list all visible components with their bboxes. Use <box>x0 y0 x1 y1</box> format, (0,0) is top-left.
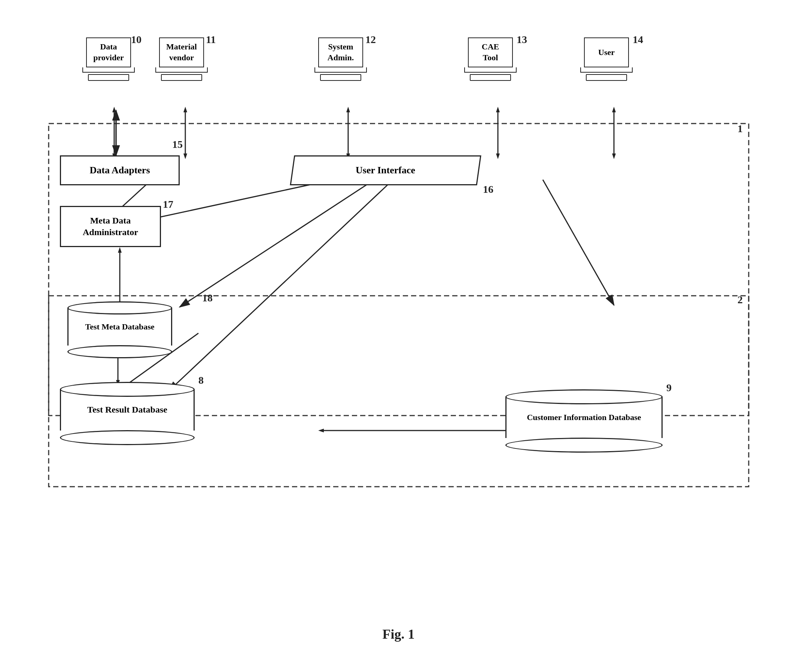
ref-2: 2 <box>738 294 743 306</box>
svg-line-31 <box>543 180 614 305</box>
ref-17: 17 <box>163 198 173 210</box>
ref-8: 8 <box>198 374 204 386</box>
customer-info-database: Customer Information Database <box>506 389 663 453</box>
svg-marker-14 <box>183 154 187 159</box>
workstation-base-ct <box>464 67 517 73</box>
workstation-keyboard-ct <box>470 74 511 81</box>
svg-marker-13 <box>183 107 187 112</box>
workstation-label-system-admin: SystemAdmin. <box>318 37 363 67</box>
workstation-data-provider: Dataprovider <box>82 37 135 81</box>
workstation-base-sa <box>314 67 367 73</box>
workstation-base <box>82 67 135 73</box>
ref-14: 14 <box>633 34 643 46</box>
svg-line-30 <box>168 180 393 391</box>
workstation-cae-tool: CAETool <box>464 37 517 81</box>
workstation-base-u <box>580 67 633 73</box>
svg-marker-27 <box>118 247 122 253</box>
figure-caption: Fig. 1 <box>382 626 415 642</box>
diagram: Dataprovider 10 Materialvendor 11 System… <box>37 22 760 629</box>
workstation-label-material-vendor: Materialvendor <box>159 37 204 67</box>
workstation-keyboard-u <box>586 74 627 81</box>
ref-10: 10 <box>131 34 141 46</box>
ref-18: 18 <box>202 292 213 304</box>
workstation-label-data-provider: Dataprovider <box>86 37 131 67</box>
test-meta-database: Test Meta Database <box>67 301 172 358</box>
ref-9: 9 <box>666 382 672 394</box>
workstation-system-admin: SystemAdmin. <box>314 37 367 81</box>
ref-13: 13 <box>517 34 527 46</box>
ref-15: 15 <box>172 139 183 150</box>
svg-marker-10 <box>112 107 116 112</box>
user-interface-box: User Interface <box>290 155 481 185</box>
test-result-database: Test Result Database <box>60 382 195 445</box>
workstation-label-user: User <box>584 37 629 67</box>
workstation-user: User <box>580 37 633 81</box>
ref-16: 16 <box>483 184 493 195</box>
ref-12: 12 <box>365 34 376 46</box>
svg-marker-38 <box>318 429 324 432</box>
svg-marker-20 <box>496 154 500 159</box>
data-adapters-box: Data Adapters <box>60 155 180 185</box>
workstation-label-cae-tool: CAETool <box>468 37 513 67</box>
ref-1: 1 <box>738 123 743 135</box>
workstation-keyboard-mv <box>161 74 202 81</box>
meta-data-admin-box: Meta DataAdministrator <box>60 206 161 247</box>
workstation-base-mv <box>155 67 208 73</box>
svg-marker-19 <box>496 107 500 112</box>
workstation-keyboard <box>88 74 129 81</box>
svg-marker-23 <box>612 154 616 159</box>
svg-line-29 <box>180 180 374 307</box>
ref-11: 11 <box>206 34 216 46</box>
workstation-keyboard-sa <box>320 74 361 81</box>
workstation-material-vendor: Materialvendor <box>155 37 208 81</box>
svg-marker-16 <box>346 107 350 112</box>
svg-marker-22 <box>612 107 616 112</box>
